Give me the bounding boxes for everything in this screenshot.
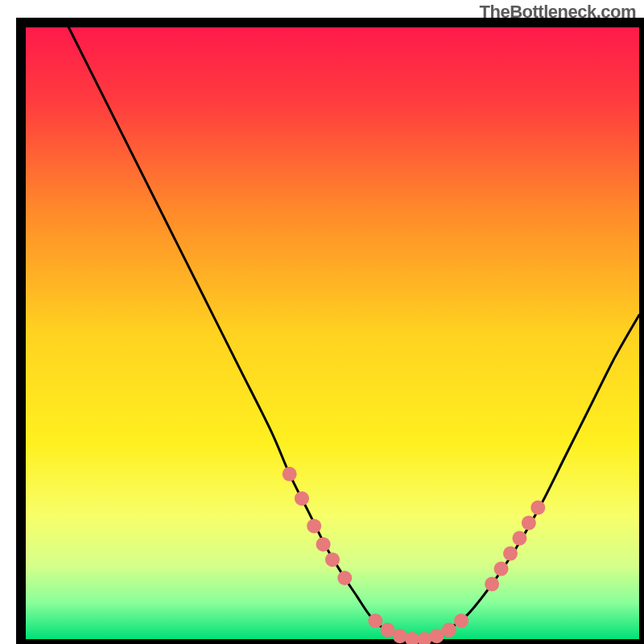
highlight-dot <box>325 552 340 567</box>
highlight-dot <box>530 501 545 515</box>
highlight-dot <box>316 537 331 551</box>
bottleneck-chart <box>0 0 644 644</box>
highlight-dot <box>430 629 444 643</box>
highlight-dot <box>368 613 382 628</box>
highlight-dot <box>283 467 297 481</box>
highlight-dot <box>337 571 352 585</box>
chart-container: TheBottleneck.com <box>0 0 644 644</box>
highlight-dot <box>454 613 469 628</box>
highlight-dot <box>295 491 309 506</box>
highlight-dot <box>494 562 509 576</box>
gradient-background <box>26 27 639 639</box>
watermark-text: TheBottleneck.com <box>480 2 636 23</box>
highlight-dot <box>381 623 395 638</box>
highlight-dot <box>485 577 499 592</box>
highlight-dot <box>522 516 536 530</box>
highlight-dot <box>503 547 518 561</box>
plot-area <box>21 23 644 644</box>
highlight-dot <box>512 531 526 546</box>
highlight-dot <box>393 629 407 643</box>
highlight-dot <box>442 623 456 638</box>
highlight-dot <box>307 518 321 533</box>
